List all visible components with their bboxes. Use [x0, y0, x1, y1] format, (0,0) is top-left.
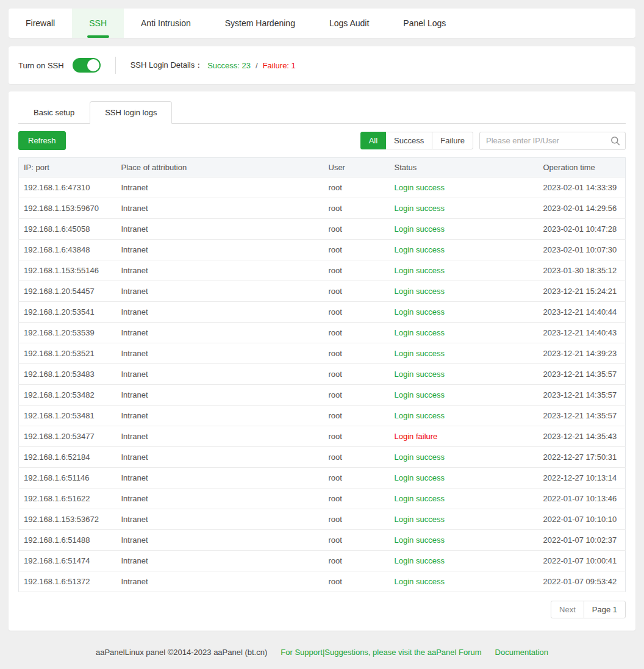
tab-logs-audit[interactable]: Logs Audit [312, 9, 386, 38]
filter-success-button[interactable]: Success [385, 132, 432, 149]
filter-all-button[interactable]: All [360, 132, 386, 149]
cell-time: 2022-01-07 10:13:46 [538, 488, 626, 509]
cell-time: 2022-12-27 17:50:31 [538, 447, 626, 468]
cell-ip: 192.168.1.6:51488 [19, 530, 116, 551]
cell-ip: 192.168.1.20:53477 [19, 426, 116, 447]
cell-ip: 192.168.1.6:51146 [19, 468, 116, 488]
ssh-toggle[interactable] [73, 58, 101, 73]
tab-ssh[interactable]: SSH [72, 9, 124, 38]
cell-time: 2022-01-07 09:53:42 [538, 571, 626, 592]
cell-status: Login success [390, 240, 538, 260]
tab-firewall[interactable]: Firewall [9, 9, 72, 38]
table-row: 192.168.1.6:51372 Intranet root Login su… [19, 571, 626, 592]
table-header-row: IP: port Place of attribution User Statu… [19, 158, 626, 177]
search-box [479, 132, 626, 150]
next-page-button[interactable]: Next [551, 601, 584, 618]
cell-user: root [324, 240, 390, 260]
cell-time: 2023-12-21 14:39:23 [538, 343, 626, 364]
cell-status: Login success [390, 302, 538, 323]
cell-user: root [324, 343, 390, 364]
cell-status: Login success [390, 323, 538, 343]
cell-place: Intranet [116, 509, 324, 530]
cell-ip: 192.168.1.6:45058 [19, 219, 116, 240]
cell-time: 2023-12-21 14:35:43 [538, 426, 626, 447]
cell-place: Intranet [116, 488, 324, 509]
cell-ip: 192.168.1.20:53483 [19, 364, 116, 385]
table-row: 192.168.1.20:53482 Intranet root Login s… [19, 385, 626, 406]
table-row: 192.168.1.6:47310 Intranet root Login su… [19, 177, 626, 198]
col-header-status: Status [390, 158, 538, 177]
cell-ip: 192.168.1.153:59670 [19, 198, 116, 219]
turn-on-ssh-label: Turn on SSH [18, 61, 64, 70]
separator: / [256, 61, 258, 70]
failure-count: Failure: 1 [263, 61, 296, 70]
tab-system-hardening[interactable]: System Hardening [208, 9, 312, 38]
cell-place: Intranet [116, 447, 324, 468]
cell-user: root [324, 364, 390, 385]
table-row: 192.168.1.20:53539 Intranet root Login s… [19, 323, 626, 343]
cell-status: Login success [390, 551, 538, 571]
table-row: 192.168.1.6:45058 Intranet root Login su… [19, 219, 626, 240]
cell-time: 2022-01-07 10:02:37 [538, 530, 626, 551]
table-row: 192.168.1.153:55146 Intranet root Login … [19, 260, 626, 281]
cell-place: Intranet [116, 551, 324, 571]
cell-place: Intranet [116, 385, 324, 406]
cell-ip: 192.168.1.6:51622 [19, 488, 116, 509]
cell-user: root [324, 530, 390, 551]
cell-ip: 192.168.1.6:51372 [19, 571, 116, 592]
magnifier-icon[interactable] [610, 136, 620, 146]
documentation-link[interactable]: Documentation [495, 648, 548, 657]
cell-user: root [324, 468, 390, 488]
cell-ip: 192.168.1.6:43848 [19, 240, 116, 260]
tab-ssh-login-logs[interactable]: SSH login logs [90, 101, 172, 124]
table-row: 192.168.1.20:53521 Intranet root Login s… [19, 343, 626, 364]
cell-user: root [324, 198, 390, 219]
cell-user: root [324, 426, 390, 447]
table-row: 192.168.1.20:54457 Intranet root Login s… [19, 281, 626, 302]
cell-ip: 192.168.1.6:47310 [19, 177, 116, 198]
cell-place: Intranet [116, 281, 324, 302]
cell-status: Login success [390, 177, 538, 198]
current-page-button[interactable]: Page 1 [584, 601, 626, 618]
status-filter-group: All Success Failure [360, 132, 473, 149]
cell-time: 2023-02-01 10:07:30 [538, 240, 626, 260]
cell-ip: 192.168.1.20:54457 [19, 281, 116, 302]
cell-place: Intranet [116, 343, 324, 364]
cell-user: root [324, 406, 390, 426]
cell-status: Login success [390, 488, 538, 509]
refresh-button[interactable]: Refresh [18, 131, 66, 150]
tab-panel-logs[interactable]: Panel Logs [386, 9, 463, 38]
cell-user: root [324, 260, 390, 281]
table-row: 192.168.1.6:51488 Intranet root Login su… [19, 530, 626, 551]
col-header-operation-time: Operation time [538, 158, 626, 177]
cell-time: 2023-02-01 14:33:39 [538, 177, 626, 198]
cell-user: root [324, 219, 390, 240]
cell-place: Intranet [116, 530, 324, 551]
table-row: 192.168.1.153:53672 Intranet root Login … [19, 509, 626, 530]
copyright-text: aaPanelLinux panel ©2014-2023 aaPanel (b… [96, 648, 267, 657]
cell-user: root [324, 302, 390, 323]
cell-status: Login success [390, 509, 538, 530]
cell-ip: 192.168.1.20:53481 [19, 406, 116, 426]
cell-status: Login success [390, 260, 538, 281]
cell-time: 2023-12-21 14:35:57 [538, 406, 626, 426]
ssh-status-card: Turn on SSH SSH Login Details： Success: … [9, 46, 635, 84]
table-toolbar: Refresh All Success Failure [18, 131, 626, 150]
cell-user: root [324, 571, 390, 592]
filter-failure-button[interactable]: Failure [432, 132, 473, 149]
cell-user: root [324, 509, 390, 530]
cell-time: 2023-12-21 14:35:57 [538, 364, 626, 385]
toolbar-right: All Success Failure [360, 132, 626, 150]
forum-support-link[interactable]: For Support|Suggestions, please visit th… [281, 648, 481, 657]
cell-user: root [324, 385, 390, 406]
cell-place: Intranet [116, 240, 324, 260]
tab-anti-intrusion[interactable]: Anti Intrusion [124, 9, 208, 38]
cell-user: root [324, 177, 390, 198]
cell-ip: 192.168.1.153:53672 [19, 509, 116, 530]
cell-place: Intranet [116, 468, 324, 488]
search-input[interactable] [479, 132, 626, 150]
cell-status: Login success [390, 281, 538, 302]
tab-basic-setup[interactable]: Basic setup [18, 101, 90, 124]
log-table-body: 192.168.1.6:47310 Intranet root Login su… [19, 177, 626, 592]
cell-status: Login success [390, 406, 538, 426]
